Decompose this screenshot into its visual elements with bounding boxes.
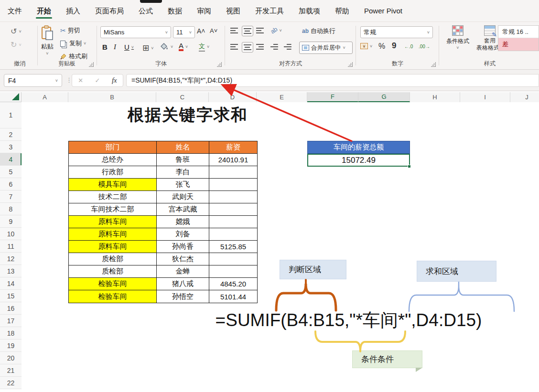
tab-视图[interactable]: 视图 [225, 5, 241, 20]
tab-页面布局[interactable]: 页面布局 [94, 5, 125, 20]
row-header-15[interactable]: 15 [0, 290, 22, 302]
name-cell[interactable]: 武则天 [157, 191, 209, 203]
name-cell[interactable]: 金蝉 [157, 265, 209, 278]
italic-button[interactable]: I [114, 43, 116, 51]
salary-cell[interactable] [209, 203, 257, 216]
salary-cell[interactable]: 5101.44 [209, 290, 257, 303]
font-color-button[interactable]: A˅ [179, 42, 188, 51]
column-header-F[interactable]: F [307, 92, 358, 102]
dept-cell[interactable]: 技术二部 [69, 191, 157, 203]
dept-cell[interactable]: 质检部 [69, 253, 157, 265]
column-header-I[interactable]: I [460, 92, 510, 102]
salary-cell[interactable] [209, 166, 257, 179]
tab-帮助[interactable]: 帮助 [334, 5, 350, 20]
salary-cell[interactable]: 24010.91 [209, 154, 257, 166]
name-cell[interactable]: 鲁班 [157, 154, 209, 166]
salary-cell[interactable] [209, 191, 257, 203]
row-header-20[interactable]: 20 [0, 352, 22, 364]
table-header-姓名[interactable]: 姓名 [157, 141, 209, 154]
dept-cell[interactable]: 检验车间 [69, 278, 157, 290]
increase-decimal-button[interactable]: ←.0 [404, 44, 413, 49]
salary-cell[interactable] [209, 253, 257, 265]
tab-插入[interactable]: 插入 [65, 5, 81, 20]
name-cell[interactable]: 孙悟空 [157, 290, 209, 303]
number-format-combo[interactable]: 常规˅ [360, 26, 433, 38]
row-header-8[interactable]: 8 [0, 203, 22, 215]
select-all-corner[interactable] [0, 92, 22, 102]
row-header-7[interactable]: 7 [0, 191, 22, 203]
row-header-10[interactable]: 10 [0, 228, 22, 240]
align-bottom-button[interactable] [256, 28, 264, 33]
cancel-icon[interactable]: ✕ [78, 77, 83, 84]
insert-function-icon[interactable]: fx [112, 76, 117, 85]
phonetic-button[interactable]: 文˅ [199, 42, 209, 52]
dept-cell[interactable]: 车间技术二部 [69, 203, 157, 216]
number-dialog-launcher-icon[interactable] [431, 62, 436, 67]
tab-开发工具[interactable]: 开发工具 [254, 5, 285, 20]
grow-font-button[interactable]: A˄ [197, 27, 205, 35]
row-header-19[interactable]: 19 [0, 339, 22, 352]
column-header-E[interactable]: E [257, 92, 307, 102]
row-header-9[interactable]: 9 [0, 215, 22, 228]
decrease-decimal-button[interactable]: .00→ [419, 44, 430, 49]
shrink-font-button[interactable]: A˅ [210, 27, 217, 34]
tab-加载项[interactable]: 加载项 [298, 5, 321, 20]
enter-icon[interactable]: ✓ [95, 77, 100, 84]
name-cell[interactable]: 嫦娥 [157, 216, 209, 228]
row-header-16[interactable]: 16 [0, 302, 22, 315]
row-header-12[interactable]: 12 [0, 253, 22, 265]
row-header-3[interactable]: 3 [0, 141, 22, 153]
tab-开始[interactable]: 开始 [36, 5, 52, 20]
dept-cell[interactable]: 检验车间 [69, 290, 157, 303]
name-cell[interactable]: 宫本武藏 [157, 203, 209, 216]
result-value-cell[interactable]: 15072.49 [307, 154, 410, 167]
row-header-1[interactable]: 1 [0, 102, 22, 128]
underline-button[interactable]: U˅ [124, 43, 134, 51]
name-cell[interactable]: 猪八戒 [157, 278, 209, 290]
alignment-dialog-launcher-icon[interactable] [348, 62, 353, 67]
cell-style-bad[interactable]: 差 [498, 38, 539, 51]
row-header-5[interactable]: 5 [0, 166, 22, 178]
formula-input[interactable]: =SUMIF(B4:B15,"*车间*",D4:D15) [126, 74, 539, 87]
table-header-部门[interactable]: 部门 [69, 141, 157, 154]
increase-indent-button[interactable] [284, 44, 291, 50]
borders-button[interactable]: ⊞˅ [142, 43, 154, 53]
salary-cell[interactable] [209, 179, 257, 191]
cut-button[interactable]: ✂ 剪切 [60, 26, 80, 35]
tab-文件[interactable]: 文件 [7, 5, 23, 20]
dept-cell[interactable]: 模具车间 [69, 179, 157, 191]
font-name-combo[interactable]: MiSans˅ [100, 26, 171, 38]
tab-公式[interactable]: 公式 [138, 5, 154, 20]
name-cell[interactable]: 狄仁杰 [157, 253, 209, 265]
table-header-薪资[interactable]: 薪资 [209, 141, 257, 154]
column-header-B[interactable]: B [68, 92, 156, 102]
row-header-6[interactable]: 6 [0, 178, 22, 191]
row-header-11[interactable]: 11 [0, 240, 22, 253]
cell-style-normal[interactable]: 常规 16 .. [498, 26, 539, 38]
row-header-22[interactable]: 22 [0, 377, 22, 389]
fill-color-button[interactable]: ˅ [161, 43, 173, 51]
align-center-button[interactable] [242, 42, 253, 53]
row-header-13[interactable]: 13 [0, 265, 22, 277]
row-header-17[interactable]: 17 [0, 315, 22, 327]
merge-center-button[interactable]: 合并后居中 ˅ [299, 42, 353, 54]
name-cell[interactable]: 孙尚香 [157, 241, 209, 253]
row-header-14[interactable]: 14 [0, 277, 22, 290]
tab-数据[interactable]: 数据 [167, 5, 183, 20]
font-dialog-launcher-icon[interactable] [217, 62, 222, 67]
column-header-A[interactable]: A [22, 92, 68, 102]
row-header-2[interactable]: 2 [0, 128, 22, 141]
column-header-J[interactable]: J [510, 92, 539, 102]
row-header-18[interactable]: 18 [0, 327, 22, 339]
salary-cell[interactable] [209, 265, 257, 278]
align-middle-button[interactable] [242, 26, 253, 36]
dept-cell[interactable]: 原料车间 [69, 216, 157, 228]
tab-审阅[interactable]: 审阅 [196, 5, 212, 20]
undo-button[interactable]: ↺˅ [11, 27, 22, 36]
wrap-text-button[interactable]: ab 自动换行 [302, 27, 335, 35]
column-header-H[interactable]: H [410, 92, 460, 102]
salary-cell[interactable]: 5125.85 [209, 241, 257, 253]
name-cell[interactable]: 刘备 [157, 228, 209, 241]
align-right-button[interactable] [256, 44, 264, 50]
conditional-format-button[interactable]: 条件格式 ˅ [444, 25, 471, 50]
